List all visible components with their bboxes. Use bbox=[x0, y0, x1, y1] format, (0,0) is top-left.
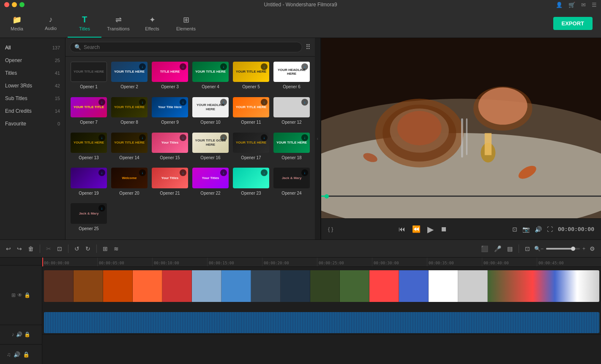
download-badge-17[interactable]: ↓ bbox=[261, 134, 268, 141]
video-clip-10[interactable] bbox=[340, 270, 369, 302]
video-clip-2[interactable] bbox=[103, 270, 133, 302]
video-clip-1[interactable] bbox=[74, 270, 103, 302]
download-badge-10[interactable]: ↓ bbox=[220, 99, 227, 106]
tab-media[interactable]: 📁 Media bbox=[0, 9, 34, 38]
stop-button[interactable]: ⏹ bbox=[440, 225, 447, 233]
sidebar-item-titles[interactable]: Titles 41 bbox=[0, 67, 65, 79]
timeline-settings-button[interactable]: ⚙ bbox=[588, 244, 597, 254]
download-badge-3[interactable]: ↓ bbox=[180, 63, 186, 70]
download-badge-19[interactable]: ↓ bbox=[98, 169, 105, 176]
voiceover-button[interactable]: ▤ bbox=[505, 244, 514, 254]
playhead[interactable] bbox=[42, 258, 43, 266]
collapse-handle[interactable]: ‹ bbox=[315, 38, 321, 239]
title-card-7[interactable]: YOUR TITLE TITLE↓Opener 7 bbox=[71, 97, 107, 128]
play-back-button[interactable]: ⏪ bbox=[412, 225, 421, 233]
track-layers-icon[interactable]: ⊞ bbox=[11, 292, 16, 298]
title-card-23[interactable]: ↓Opener 23 bbox=[233, 168, 269, 199]
video-clip-0[interactable] bbox=[44, 270, 74, 302]
title-card-20[interactable]: Welcome↓Opener 20 bbox=[111, 168, 148, 199]
sidebar-item-all[interactable]: All 137 bbox=[0, 41, 65, 54]
audio-lock-icon[interactable]: 🔒 bbox=[24, 331, 30, 337]
video-clip-8[interactable] bbox=[281, 270, 310, 302]
audio-strip[interactable] bbox=[44, 312, 599, 333]
video-clip-6[interactable] bbox=[221, 270, 251, 302]
sidebar-item-favourite[interactable]: Favourite 0 bbox=[0, 117, 65, 130]
download-badge-21[interactable]: ↓ bbox=[180, 169, 186, 176]
fullscreen-small-icon[interactable]: ⊡ bbox=[512, 226, 517, 233]
download-badge-11[interactable]: ↓ bbox=[261, 99, 268, 106]
crop-button[interactable]: ⊡ bbox=[55, 244, 64, 254]
video-clip-11[interactable] bbox=[369, 270, 399, 302]
download-badge-6[interactable]: ↓ bbox=[301, 63, 308, 70]
video-strip[interactable] bbox=[44, 270, 599, 302]
title-card-1[interactable]: YOUR TITLE HEREOpener 1 bbox=[71, 62, 107, 93]
title-card-3[interactable]: TITLE HERE↓Opener 3 bbox=[152, 62, 188, 93]
sidebar-item-lower3rds[interactable]: Lower 3Rds 42 bbox=[0, 79, 65, 92]
video-clip-12[interactable] bbox=[399, 270, 429, 302]
audio-mix-button[interactable]: ≋ bbox=[112, 244, 120, 254]
download-badge-25[interactable]: ↓ bbox=[98, 205, 105, 212]
delete-button[interactable]: 🗑 bbox=[26, 244, 36, 254]
download-badge-5[interactable]: ↓ bbox=[261, 63, 268, 70]
user-icon[interactable]: 👤 bbox=[556, 2, 563, 8]
maximize-button[interactable] bbox=[19, 2, 25, 7]
title-card-12[interactable]: ↓Opener 12 bbox=[273, 97, 310, 128]
zoom-in-icon[interactable]: + bbox=[582, 246, 585, 252]
redo-button[interactable]: ↪ bbox=[15, 244, 24, 254]
download-badge-24[interactable]: ↓ bbox=[301, 169, 308, 176]
sidebar-item-subtitles[interactable]: Sub Titles 15 bbox=[0, 92, 65, 105]
title-card-19[interactable]: ↓Opener 19 bbox=[71, 168, 107, 199]
tl-zoom-slider[interactable] bbox=[546, 248, 580, 250]
add-marker-button[interactable]: ⬛ bbox=[479, 244, 490, 254]
download-badge-22[interactable]: ↓ bbox=[220, 169, 227, 176]
close-button[interactable] bbox=[4, 2, 9, 7]
play-button[interactable]: ▶ bbox=[427, 224, 434, 234]
video-clip-9[interactable] bbox=[310, 270, 340, 302]
download-badge-15[interactable]: ↓ bbox=[180, 134, 186, 141]
pip-button[interactable]: ⊞ bbox=[101, 244, 109, 254]
export-button[interactable]: EXPORT bbox=[553, 17, 593, 30]
title-card-11[interactable]: YOUR TITLE HERE↓Opener 11 bbox=[233, 97, 269, 128]
search-input[interactable] bbox=[84, 44, 298, 50]
download-badge-2[interactable]: ↓ bbox=[139, 63, 146, 70]
tab-effects[interactable]: ✦ Effects bbox=[135, 9, 169, 38]
video-clip-7[interactable] bbox=[251, 270, 281, 302]
rotate-right-button[interactable]: ↻ bbox=[84, 244, 92, 254]
title-card-25[interactable]: Jack & Mary↓Opener 25 bbox=[71, 203, 107, 234]
download-badge-18[interactable]: ↓ bbox=[301, 134, 308, 141]
download-badge-23[interactable]: ↓ bbox=[261, 169, 268, 176]
video-track[interactable] bbox=[42, 267, 601, 311]
snapshot-tl-button[interactable]: ⊡ bbox=[523, 244, 532, 254]
record-button[interactable]: 🎤 bbox=[492, 244, 503, 254]
fullscreen-icon[interactable]: ⛶ bbox=[547, 226, 553, 233]
mail-icon[interactable]: ✉ bbox=[581, 2, 586, 8]
step-back-button[interactable]: ⏮ bbox=[399, 225, 405, 233]
download-badge-13[interactable]: ↓ bbox=[98, 134, 105, 141]
title-card-16[interactable]: YOUR TITLE GOES HERE↓Opener 16 bbox=[192, 133, 229, 164]
download-badge-7[interactable]: ↓ bbox=[98, 99, 105, 106]
track-lock-icon[interactable]: 🔒 bbox=[24, 292, 30, 298]
audio-note-icon[interactable]: ♪ bbox=[12, 331, 14, 337]
title-card-5[interactable]: YOUR TITLE HERE↓Opener 5 bbox=[233, 62, 269, 93]
video-clip-13[interactable] bbox=[429, 270, 458, 302]
title-card-9[interactable]: Your Title Here↓Opener 9 bbox=[152, 97, 188, 128]
track-eye-icon[interactable]: 👁 bbox=[17, 292, 22, 298]
undo-button[interactable]: ↩ bbox=[4, 244, 13, 254]
download-badge-4[interactable]: ↓ bbox=[220, 63, 227, 70]
title-card-22[interactable]: Your Titles↓Opener 22 bbox=[192, 168, 229, 199]
video-clip-14[interactable] bbox=[458, 270, 488, 302]
title-card-2[interactable]: YOUR TITLE HERE↓Opener 2 bbox=[111, 62, 148, 93]
title-card-21[interactable]: Your Titles↓Opener 21 bbox=[152, 168, 188, 199]
download-badge-14[interactable]: ↓ bbox=[139, 134, 146, 141]
download-badge-9[interactable]: ↓ bbox=[180, 99, 186, 106]
video-clip-5[interactable] bbox=[192, 270, 221, 302]
cut-button[interactable]: ✂ bbox=[44, 244, 53, 254]
tab-transitions[interactable]: ⇌ Transitions bbox=[101, 9, 135, 38]
video-clip-3[interactable] bbox=[133, 270, 162, 302]
search-box[interactable]: 🔍 bbox=[70, 42, 302, 52]
title-card-8[interactable]: YOUR TITLE HERE↓Opener 8 bbox=[111, 97, 148, 128]
minimize-button[interactable] bbox=[12, 2, 17, 7]
volume-icon[interactable]: 🔊 bbox=[535, 226, 542, 233]
title-card-4[interactable]: YOUR TITLE HERE↓Opener 4 bbox=[192, 62, 229, 93]
title-card-15[interactable]: Your Titles↓Opener 15 bbox=[152, 133, 188, 164]
